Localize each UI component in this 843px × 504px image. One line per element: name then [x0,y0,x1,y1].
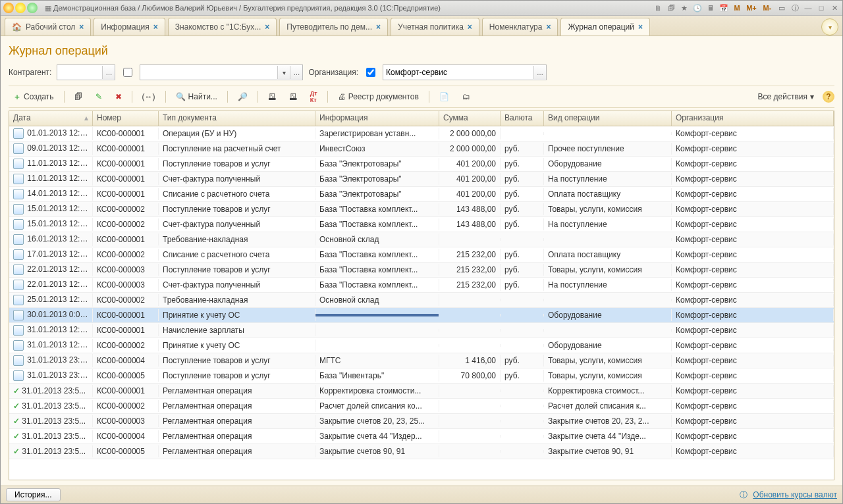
cell-org[interactable]: Комфорт-сервис [672,158,834,170]
cell-date[interactable]: 09.01.2013 12:0... [9,142,93,155]
star-icon[interactable]: ★ [679,3,690,13]
clear-find-button[interactable]: 🔎 [233,89,252,105]
dt-kt-button[interactable]: ДтКт [306,89,322,105]
cell-sum[interactable]: 215 232,00 [439,279,501,291]
cell-doctype[interactable]: Списание с расчетного счета [159,188,315,200]
tab-5[interactable]: Номенклатура× [482,18,558,36]
col-date[interactable]: Дата ▴ [9,111,93,126]
cell-doctype[interactable]: Поступление на расчетный счет [159,143,315,155]
cell-doctype[interactable]: Регламентная операция [159,445,315,457]
cell-cur[interactable] [501,299,544,301]
cell-cur[interactable] [501,344,544,347]
close-icon[interactable]: × [376,22,381,32]
cell-op[interactable]: Закрытие счетов 20, 23, 2... [544,415,672,427]
cell-op[interactable]: Закрытие счетов 90, 91 [544,445,672,457]
cell-doctype[interactable]: Регламентная операция [159,415,315,427]
minimize-icon[interactable]: — [803,3,813,13]
col-cur[interactable]: Валюта [501,111,544,126]
cell-org[interactable]: Комфорт-сервис [672,203,834,215]
table-row[interactable]: 17.01.2013 12:0...КС00-000002Списание с … [9,247,834,263]
cell-date[interactable]: 17.01.2013 12:0... [9,248,93,261]
cell-sum[interactable]: 1 416,00 [439,355,501,366]
table-row[interactable]: 30.01.2013 0:00...КС00-000001Принятие к … [9,308,834,323]
table-row[interactable]: 15.01.2013 12:0...КС00-000002Счет-фактур… [9,217,834,232]
cell-sum[interactable] [439,238,501,241]
cell-date[interactable]: 11.01.2013 12:0... [9,157,93,170]
cell-num[interactable]: КС00-000001 [93,173,159,185]
table-row[interactable]: 25.01.2013 12:0...КС00-000002Требование-… [9,293,834,308]
create-button[interactable]: ＋Создать [9,89,59,105]
cell-op[interactable]: Оборудование [544,309,672,321]
close-icon[interactable]: ✕ [829,3,840,13]
update-rates-link[interactable]: Обновить курсы валют [753,490,837,499]
col-op[interactable]: Вид операции [544,111,672,126]
cell-cur[interactable] [501,132,544,135]
cell-date[interactable]: 22.01.2013 12:0... [9,263,93,276]
cell-num[interactable]: КС00-000001 [93,128,159,139]
cell-doctype[interactable]: Операция (БУ и НУ) [159,128,315,139]
cell-cur[interactable]: руб. [501,370,544,382]
cell-cur[interactable] [501,390,544,392]
cell-op[interactable]: Оборудование [544,158,672,170]
cell-date[interactable]: ✓ 31.01.2013 23:5... [9,445,93,457]
all-actions-button[interactable]: Все действия▾ [753,89,819,105]
cell-date[interactable]: 11.01.2013 12:0... [9,172,93,186]
mem-mplus-button[interactable]: M+ [745,3,758,13]
table-row[interactable]: 31.01.2013 23:5...КС00-000004Поступление… [9,353,834,368]
cell-doctype[interactable]: Счет-фактура полученный [159,279,315,291]
calc-icon[interactable]: 🖩 [705,3,716,13]
cell-num[interactable]: КС00-000004 [93,355,159,366]
table-row[interactable]: 01.01.2013 12:0...КС00-000001Операция (Б… [9,126,834,141]
copy-button[interactable]: 🗐 [70,89,87,105]
cell-cur[interactable] [501,314,544,316]
cell-doctype[interactable]: Принятие к учету ОС [159,340,315,351]
cell-cur[interactable]: руб. [501,188,544,200]
cell-org[interactable]: Комфорт-сервис [672,188,834,200]
move-button[interactable]: (↔) [138,89,160,105]
mem-m-button[interactable]: M [732,3,742,13]
cell-cur[interactable] [501,405,544,407]
org-checkbox[interactable] [366,68,375,77]
cell-info[interactable]: Закрытие счетов 90, 91 [315,445,439,457]
cell-op[interactable]: Оплата поставщику [544,188,672,200]
tab-4[interactable]: Учетная политика× [391,18,479,36]
cell-cur[interactable]: руб. [501,203,544,215]
cell-num[interactable]: КС00-000001 [93,143,159,155]
close-icon[interactable]: × [79,22,84,32]
report-button[interactable]: 📄 [435,89,454,105]
cell-cur[interactable]: руб. [501,279,544,291]
info-icon[interactable]: ⓘ [790,3,800,13]
cell-doctype[interactable]: Счет-фактура полученный [159,218,315,230]
cell-sum[interactable] [439,390,501,392]
cell-org[interactable]: Комфорт-сервис [672,400,834,412]
extra-checkbox[interactable] [123,68,132,77]
cell-num[interactable]: КС00-000001 [93,385,159,397]
cell-doctype[interactable]: Требование-накладная [159,294,315,306]
table-row[interactable]: ✓ 31.01.2013 23:5...КС00-000002Регламент… [9,399,834,414]
col-org[interactable]: Организация [672,111,834,126]
extra-input[interactable] [140,66,277,79]
cell-info[interactable]: База "Электротовары" [315,188,439,200]
cell-num[interactable]: КС00-000003 [93,264,159,276]
cell-info[interactable]: База "Электротовары" [315,158,439,170]
cell-info[interactable]: Корректировка стоимости... [315,385,439,397]
contragent-input[interactable] [57,66,102,79]
cell-info[interactable]: Закрытие счета 44 "Издер... [315,430,439,442]
cell-op[interactable]: Оплата поставщику [544,249,672,261]
cell-sum[interactable] [439,420,501,422]
cell-num[interactable]: КС00-000001 [93,234,159,245]
choose-icon[interactable]: … [290,66,302,79]
cell-info[interactable]: База "Поставка комплект... [315,218,439,230]
cell-num[interactable]: КС00-000003 [93,279,159,291]
cell-org[interactable]: Комфорт-сервис [672,249,834,261]
close-icon[interactable]: × [153,22,158,32]
cell-org[interactable]: Комфорт-сервис [672,430,834,442]
calendar-icon[interactable]: 📅 [719,3,729,13]
registry-button[interactable]: 🖨Реестр документов [333,89,423,105]
cell-org[interactable]: Комфорт-сервис [672,128,834,139]
col-sum[interactable]: Сумма [439,111,501,126]
cell-org[interactable]: Комфорт-сервис [672,309,834,321]
cell-op[interactable]: Товары, услуги, комиссия [544,355,672,366]
cell-org[interactable]: Комфорт-сервис [672,370,834,382]
table-row[interactable]: ✓ 31.01.2013 23:5...КС00-000004Регламент… [9,429,834,444]
